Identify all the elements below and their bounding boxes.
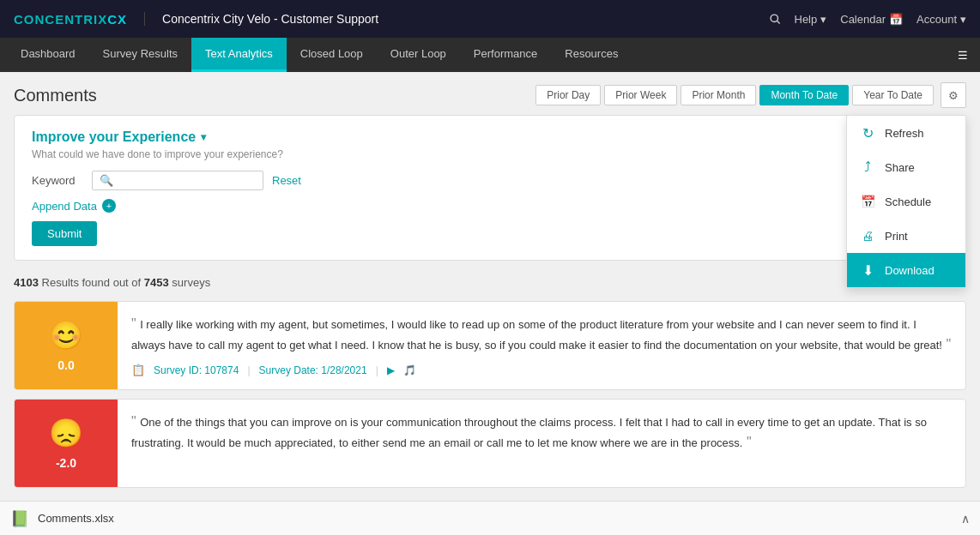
card-subtitle: What could we have done to improve your … xyxy=(32,148,948,160)
file-icon: 📗 xyxy=(10,509,29,528)
page-header: Comments Prior Day Prior Week Prior Mont… xyxy=(14,72,966,115)
survey-date-1: Survey Date: 1/28/2021 xyxy=(259,364,367,376)
close-quote-1: " xyxy=(942,337,951,352)
date-prior-day[interactable]: Prior Day xyxy=(535,85,601,105)
filter-card: Improve your Experience ▾ What could we … xyxy=(14,115,966,261)
open-quote-2: " xyxy=(131,414,140,429)
score-value-1: 0.0 xyxy=(57,358,74,372)
app-title: Concentrix City Velo - Customer Support xyxy=(144,12,768,26)
close-quote-2: " xyxy=(742,435,751,449)
topbar-logo: CONCENTRIXCX xyxy=(14,12,127,27)
date-prior-week[interactable]: Prior Week xyxy=(604,85,677,105)
append-data-link[interactable]: Append Data xyxy=(32,200,97,213)
account-button[interactable]: Account ▾ xyxy=(916,13,966,26)
page-wrapper: Comments Prior Day Prior Week Prior Mont… xyxy=(0,72,980,535)
submit-button[interactable]: Submit xyxy=(32,221,97,246)
main-nav: Dashboard Survey Results Text Analytics … xyxy=(0,38,980,72)
print-icon: 🖨 xyxy=(859,227,876,244)
comment-body-2: " One of the things that you can improve… xyxy=(118,400,965,487)
page-title: Comments xyxy=(14,86,535,105)
settings-button[interactable]: ⚙ xyxy=(941,82,966,108)
nav-closed-loop[interactable]: Closed Loop xyxy=(287,38,377,72)
filename: Comments.xlsx xyxy=(38,512,114,525)
date-filters: Prior Day Prior Week Prior Month Month T… xyxy=(535,82,966,108)
smiley-2: 😞 xyxy=(49,417,83,449)
nav-text-analytics[interactable]: Text Analytics xyxy=(191,38,287,72)
dropdown-print[interactable]: 🖨 Print xyxy=(847,219,965,253)
dropdown-download[interactable]: ⬇ Download xyxy=(847,253,965,287)
dropdown-refresh[interactable]: ↻ Refresh xyxy=(847,116,965,150)
survey-id-1: Survey ID: 107874 xyxy=(154,364,239,376)
download-icon: ⬇ xyxy=(859,261,876,279)
topbar: CONCENTRIXCX Concentrix City Velo - Cust… xyxy=(0,0,980,38)
smiley-1: 😊 xyxy=(49,319,83,352)
calendar-button[interactable]: Calendar 📅 xyxy=(840,13,903,26)
date-prior-month[interactable]: Prior Month xyxy=(681,85,756,105)
dropdown-schedule[interactable]: 📅 Schedule xyxy=(847,184,965,219)
results-text-surveys: surveys xyxy=(172,276,210,289)
results-total: 7453 xyxy=(144,276,169,289)
results-count: 4103 xyxy=(14,276,39,289)
filter-icon[interactable]: ☰ xyxy=(932,38,980,72)
nav-performance[interactable]: Performance xyxy=(460,38,551,72)
card-title: Improve your Experience ▾ xyxy=(32,129,948,145)
svg-line-1 xyxy=(777,21,780,24)
score-box-1: 😊 0.0 xyxy=(15,302,118,389)
help-button[interactable]: Help ▾ xyxy=(795,13,827,26)
nav-outer-loop[interactable]: Outer Loop xyxy=(377,38,460,72)
append-data-row: Append Data + xyxy=(32,199,948,213)
date-month-to-date[interactable]: Month To Date xyxy=(759,85,849,105)
results-text-pre: Results found out of xyxy=(42,276,142,289)
reset-button[interactable]: Reset xyxy=(272,174,301,187)
append-add-icon[interactable]: + xyxy=(102,199,116,213)
survey-id-icon-1: 📋 xyxy=(131,364,145,376)
comment-body-1: " I really like working with my agent, b… xyxy=(118,302,965,389)
comment-meta-1: 📋 Survey ID: 107874 | Survey Date: 1/28/… xyxy=(131,364,952,376)
open-quote-1: " xyxy=(131,316,140,331)
dropdown-menu: ↻ Refresh ⤴ Share 📅 Schedule 🖨 Print ⬇ D… xyxy=(846,115,966,288)
search-topbar-icon[interactable] xyxy=(769,13,781,25)
keyword-input-wrapper[interactable]: 🔍 xyxy=(92,171,263,190)
keyword-input[interactable] xyxy=(117,174,256,187)
nav-dashboard[interactable]: Dashboard xyxy=(7,38,89,72)
share-icon: ⤴ xyxy=(859,159,876,176)
close-bottom-bar[interactable]: ∧ xyxy=(961,512,970,526)
keyword-label: Keyword xyxy=(32,174,83,187)
logo-accent: CX xyxy=(107,12,127,27)
bottom-bar: 📗 Comments.xlsx ∧ xyxy=(0,501,980,535)
comment-text-1: " I really like working with my agent, b… xyxy=(131,314,952,355)
refresh-icon: ↻ xyxy=(859,124,876,141)
search-icon: 🔍 xyxy=(100,174,113,187)
comment-card-2: 😞 -2.0 " One of the things that you can … xyxy=(14,399,966,488)
topbar-actions: Help ▾ Calendar 📅 Account ▾ xyxy=(769,13,967,26)
nav-resources[interactable]: Resources xyxy=(551,38,632,72)
date-year-to-date[interactable]: Year To Date xyxy=(852,85,934,105)
comment-text-2: " One of the things that you can improve… xyxy=(131,412,952,453)
score-box-2: 😞 -2.0 xyxy=(15,400,118,487)
logo-main: CONCENTRIX xyxy=(14,12,107,27)
keyword-row: Keyword 🔍 Reset xyxy=(32,171,948,190)
score-value-2: -2.0 xyxy=(56,456,76,470)
schedule-icon: 📅 xyxy=(859,193,876,210)
comment-card-1: 😊 0.0 " I really like working with my ag… xyxy=(14,301,966,390)
results-bar: 4103 Results found out of 7453 surveys xyxy=(14,271,966,294)
nav-survey-results[interactable]: Survey Results xyxy=(89,38,191,72)
audio-icon-1[interactable]: 🎵 xyxy=(403,364,416,376)
play-icon-1[interactable]: ▶ xyxy=(387,364,395,376)
dropdown-share[interactable]: ⤴ Share xyxy=(847,150,965,184)
